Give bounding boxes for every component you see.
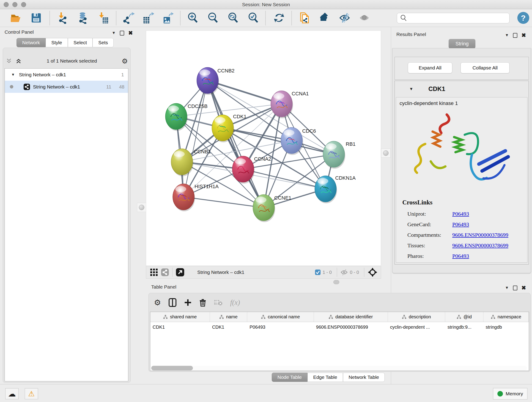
tab-style[interactable]: Style — [46, 38, 68, 47]
hidden-eye-slash-icon[interactable] — [340, 268, 348, 276]
selected-nodes-checkbox-icon[interactable] — [315, 269, 321, 275]
create-column-plus-icon[interactable] — [184, 299, 191, 306]
string-view-icon[interactable] — [161, 268, 169, 276]
network-node-CCNA1[interactable]: CCNA1 — [271, 91, 309, 118]
crosslink-value-link[interactable]: P06493 — [452, 211, 469, 217]
network-canvas[interactable]: CCNB2CCNA1CDC25BCDK1CDC6RB1CCNB1CCNA2CDK… — [146, 31, 381, 266]
table-cell[interactable]: P06493 — [247, 322, 314, 332]
network-node-CCNB1[interactable]: CCNB1 — [171, 149, 211, 176]
table-cell[interactable]: cyclin-dependent ... — [388, 322, 445, 332]
function-builder-icon[interactable]: f(x) — [230, 298, 240, 307]
control-panel-float-icon[interactable] — [120, 31, 124, 36]
table-row[interactable]: CDK1CDK1P064939606.ENSP00000378699cyclin… — [150, 322, 529, 332]
column-header-namespace[interactable]: namespace — [483, 312, 529, 322]
network-node-CCNE1[interactable]: CCNE1 — [253, 195, 291, 222]
network-node-CDC6[interactable]: CDC6 — [281, 128, 316, 155]
table-cell[interactable]: CDK1 — [210, 322, 247, 332]
navigator-crosshair-icon[interactable] — [367, 267, 378, 277]
network-node-HIST1H1A[interactable]: HIST1H1A — [173, 184, 219, 211]
bottom-splitter-handle[interactable] — [333, 280, 339, 284]
table-panel-float-icon[interactable] — [513, 286, 517, 290]
network-row[interactable]: String Network – cdk1 11 48 — [5, 81, 128, 93]
search-input[interactable] — [409, 13, 509, 23]
export-table-button[interactable] — [142, 12, 154, 24]
save-session-button[interactable] — [30, 12, 43, 24]
tab-select[interactable]: Select — [68, 38, 93, 47]
crosslink-value-link[interactable]: 9606.ENSP00000378699 — [452, 242, 508, 249]
column-header-canonical-name[interactable]: canonical name — [247, 312, 314, 322]
left-splitter-handle[interactable] — [137, 203, 146, 212]
tab-string[interactable]: String — [449, 39, 475, 49]
column-header-name[interactable]: name — [210, 312, 247, 322]
collapse-all-networks-icon[interactable] — [6, 57, 12, 64]
results-panel-collapse-icon[interactable]: ▼ — [505, 33, 509, 38]
apply-layout-button[interactable] — [273, 12, 285, 24]
warnings-button[interactable]: ⚠ — [25, 388, 38, 399]
show-columns-icon[interactable] — [169, 298, 177, 307]
network-node-CDK1[interactable]: CDK1 — [212, 114, 247, 142]
cloud-status-button[interactable]: ☁ — [5, 388, 19, 399]
column-header-@id[interactable]: @id — [445, 312, 483, 322]
column-header-description[interactable]: description — [388, 312, 445, 322]
results-panel-float-icon[interactable] — [513, 33, 517, 38]
table-options-gear-icon[interactable]: ⚙ — [154, 298, 161, 307]
delete-table-icon[interactable] — [214, 299, 222, 306]
zoom-fit-button[interactable] — [227, 12, 240, 24]
first-neighbors-button[interactable] — [298, 12, 311, 24]
network-edge-CCNA2-CDKN1A[interactable] — [243, 169, 326, 189]
network-options-gear-icon[interactable]: ⚙ — [122, 57, 128, 65]
control-panel-collapse-icon[interactable]: ▼ — [112, 31, 116, 35]
delete-column-trash-icon[interactable] — [199, 298, 206, 307]
memory-button[interactable]: Memory — [493, 388, 527, 400]
zoom-out-button[interactable] — [207, 12, 220, 24]
network-collection-row[interactable]: ▼ String Network – cdk1 1 — [5, 69, 128, 81]
export-network-button[interactable] — [122, 12, 135, 24]
crosslink-value-link[interactable]: 9606.ENSP00000378699 — [452, 232, 508, 238]
collapse-all-button[interactable]: Collapse All — [461, 62, 510, 73]
hide-selected-button[interactable] — [338, 12, 351, 24]
crosslink-value-link[interactable]: P06493 — [452, 253, 469, 259]
column-header-database-identifier[interactable]: database identifier — [314, 312, 388, 322]
tab-node-table[interactable]: Node Table — [272, 373, 307, 382]
table-body: CDK1CDK1P064939606.ENSP00000378699cyclin… — [150, 322, 529, 332]
table-hscrollbar-thumb[interactable] — [151, 366, 193, 370]
export-image-button[interactable] — [161, 12, 174, 24]
open-in-string-icon[interactable] — [176, 268, 184, 277]
zoom-in-button[interactable] — [186, 12, 199, 24]
import-table-file-button[interactable] — [97, 12, 109, 24]
zoom-selected-button[interactable] — [247, 12, 260, 24]
help-button[interactable]: ? — [517, 12, 529, 24]
table-panel-collapse-icon[interactable]: ▼ — [505, 286, 509, 290]
crosslink-value-link[interactable]: P06493 — [452, 221, 469, 228]
column-header-shared-name[interactable]: shared name — [150, 312, 210, 322]
birds-eye-grid-icon[interactable] — [150, 268, 158, 276]
table-cell[interactable]: stringdb:9... — [445, 322, 483, 332]
expand-all-button[interactable]: Expand All — [408, 62, 452, 73]
collection-expand-icon[interactable]: ▼ — [11, 73, 15, 77]
network-node-RB1[interactable]: RB1 — [323, 141, 355, 169]
table-cell[interactable]: stringdb — [483, 322, 529, 332]
tab-sets[interactable]: Sets — [93, 38, 114, 47]
show-all-button[interactable] — [358, 12, 371, 24]
table-cell[interactable]: CDK1 — [150, 322, 210, 332]
network-edge-CDK1-RB1[interactable] — [223, 128, 334, 154]
results-panel-close-icon[interactable]: ✖ — [521, 32, 526, 38]
network-edge-HIST1H1A-CCNE1[interactable] — [184, 197, 264, 208]
right-splitter-handle[interactable] — [381, 148, 391, 158]
expand-all-networks-icon[interactable] — [15, 57, 22, 64]
import-network-file-button[interactable] — [56, 12, 69, 24]
import-network-database-button[interactable] — [76, 12, 89, 24]
control-panel-close-icon[interactable]: ✖ — [128, 30, 133, 36]
gene-collapse-icon[interactable]: ▼ — [409, 87, 413, 91]
table-cell[interactable]: 9606.ENSP00000378699 — [314, 322, 388, 332]
tab-network[interactable]: Network — [17, 38, 46, 47]
hide-unhide-nodes-button[interactable] — [318, 12, 331, 24]
tab-network-table[interactable]: Network Table — [343, 373, 385, 382]
gene-section-header[interactable]: ▼ CDK1 — [394, 83, 529, 95]
tab-edge-table[interactable]: Edge Table — [307, 373, 343, 382]
network-node-CCNB2[interactable]: CCNB2 — [197, 67, 234, 95]
open-session-button[interactable] — [10, 12, 22, 24]
table-horizontal-scrollbar[interactable] — [151, 366, 527, 370]
table-panel-close-icon[interactable]: ✖ — [521, 285, 526, 291]
network-node-CDKN1A[interactable]: CDKN1A — [315, 175, 356, 203]
